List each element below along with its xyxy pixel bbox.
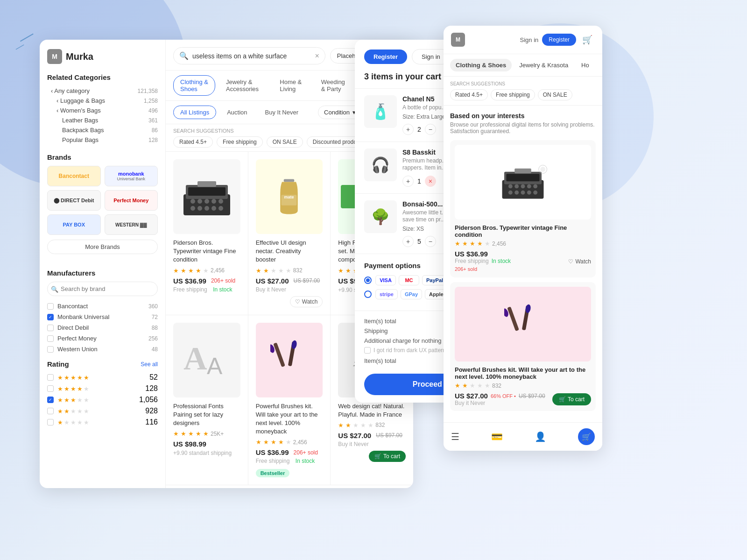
manuf-perfect[interactable]: Perfect Money 256 [47,333,158,344]
watch-button[interactable]: ♡ Watch [290,296,323,307]
svg-point-29 [527,184,531,188]
search-input[interactable] [192,52,311,60]
menu-icon[interactable]: ☰ [451,431,459,442]
register-button[interactable]: Register [364,50,407,64]
brand-bancontact[interactable]: Bancontact [47,166,101,186]
cat-count: 121,358 [138,88,158,94]
brand-paybox[interactable]: PAY BOX [47,214,101,235]
interests-desc: Browse our professional digital items fo… [450,121,596,135]
right-nav-clothing[interactable]: Clothing & Shoes [450,59,512,71]
cat-count: 128 [148,137,158,143]
see-all-button[interactable]: See all [141,361,158,368]
category-luggage[interactable]: ‹ Luggage & Bags 1,258 [47,96,158,106]
qty-increase[interactable]: − [425,236,436,247]
tab-home-living[interactable]: Home & Living [273,75,310,96]
manuf-checkbox[interactable] [47,303,54,310]
more-brands-button[interactable]: More Brands [47,240,158,254]
qty-decrease[interactable]: + [402,124,414,135]
right-nav-more[interactable]: Ho [576,59,595,71]
visa-card[interactable]: VISA [375,275,396,285]
manuf-western[interactable]: Western Union 48 [47,344,158,354]
tab-all-listings[interactable]: All Listings [173,106,216,119]
cart-icon-button[interactable]: 🛒 [580,32,595,47]
suggestion-on-sale[interactable]: ON SALE [267,136,303,148]
search-clear-button[interactable]: × [315,52,319,60]
brand-search-input[interactable] [47,282,158,296]
payment-radio-1[interactable] [364,276,372,284]
charge-checkbox[interactable] [364,347,371,354]
cart-icon: 🛒 [374,453,381,460]
sugg-on-sale[interactable]: ON SALE [538,89,572,100]
tab-jewelry[interactable]: Jewelry & Accessories [219,75,269,96]
rating-checkbox[interactable] [47,419,54,425]
tab-clothing-shoes[interactable]: Clothing & Shoes [173,75,215,96]
suggestion-free-shipping[interactable]: Free shipping [217,136,263,148]
category-backpack[interactable]: Backpack Bags 86 [47,125,158,135]
product-typewriter: Piderson Bros. Typewriter vintage Fine c… [166,152,248,315]
tab-weeding[interactable]: Weeding & Party [314,75,355,96]
tab-auction[interactable]: Auction [220,106,254,119]
product-name: Powerful Brushes kit. Will take your art… [256,402,323,436]
qty-increase[interactable]: − [425,124,436,135]
condition-label: Condition [324,109,350,116]
suggestion-rated[interactable]: Rated 4.5+ [173,136,213,148]
manuf-bancontact[interactable]: Bancontact 360 [47,301,158,312]
manuf-checkbox[interactable] [47,335,54,342]
payment-radio-2[interactable] [364,291,372,298]
review-count: 832 [293,267,303,274]
rating-checkbox[interactable] [47,374,54,381]
related-categories-title: Related Categories [47,73,158,81]
tab-buy-it-never[interactable]: Buy It Never [258,106,306,119]
search-icon: 🔍 [179,51,189,60]
right-signin-button[interactable]: Sign in [520,36,539,43]
manuf-direct[interactable]: Direct Debil 88 [47,322,158,333]
gpay-card[interactable]: GPay [401,289,422,299]
svg-rect-14 [284,179,295,182]
product-name: Professional Fonts Pairing set for lazy … [173,402,240,428]
right-register-button[interactable]: Register [542,34,576,46]
category-any[interactable]: ‹ Any category 121,358 [47,86,158,96]
brand-perfect-money[interactable]: Perfect Money [105,190,158,211]
stripe-card[interactable]: stripe [375,289,398,299]
svg-point-34 [527,191,531,195]
manuf-checkbox[interactable] [47,346,54,353]
rating-checkbox[interactable] [47,408,54,414]
rating-3star[interactable]: ★★★★★ 1,056 [47,394,158,405]
brand-direct-debit[interactable]: ⬤ DIRECT Debit [47,190,101,211]
brand-monobank[interactable]: monobank Universal Bank [105,166,158,186]
rating-checkbox[interactable] [47,397,54,403]
stock-label: In stock [296,458,315,464]
footer-cart-button[interactable]: 🛒 [578,428,595,445]
add-to-cart-button[interactable]: 🛒 To cart [369,451,406,462]
manuf-checkbox[interactable] [47,314,54,320]
manuf-checkbox[interactable] [47,325,54,331]
qty-decrease[interactable]: + [402,176,414,187]
card-icon[interactable]: 💳 [491,431,503,442]
sugg-rated[interactable]: Rated 4.5+ [450,89,488,100]
product-rating: ★★★★★ 832 [256,267,323,274]
category-womens-bags[interactable]: ‹ Women's Bags 496 [47,106,158,115]
qty-remove[interactable]: × [425,176,436,187]
rating-2star[interactable]: ★★★★★ 928 [47,405,158,417]
rating-1star[interactable]: ★★★★★ 116 [47,417,158,428]
sugg-free-ship[interactable]: Free shipping [491,89,535,100]
right-watch-button[interactable]: ♡ Watch [568,258,591,265]
user-icon[interactable]: 👤 [535,431,546,442]
stars-5: ★★★★★ [57,374,89,381]
manuf-monbank[interactable]: Monbank Universal 72 [47,312,158,322]
heart-icon: ♡ [568,258,573,265]
rating-5star[interactable]: ★★★★★ 52 [47,372,158,383]
category-popular[interactable]: Popular Bags 128 [47,135,158,145]
right-nav-jewelry[interactable]: Jewelry & Krasota [514,59,574,71]
right-suggestions: SEARCH SUGGESTIONS Rated 4.5+ Free shipp… [444,77,602,106]
cat-label: Popular Bags [62,136,99,143]
category-leather[interactable]: Leather Bags 361 [47,115,158,125]
brand-western[interactable]: WESTERN ▓▓ [105,214,158,235]
right-add-to-cart[interactable]: 🛒 To cart [552,393,591,405]
mastercard-card[interactable]: MC [399,275,419,285]
qty-decrease[interactable]: + [402,236,414,247]
svg-point-31 [508,191,513,195]
rating-4star[interactable]: ★★★★★ 128 [47,383,158,394]
search-wrap: 🔍 × [173,47,325,64]
rating-checkbox[interactable] [47,385,54,392]
